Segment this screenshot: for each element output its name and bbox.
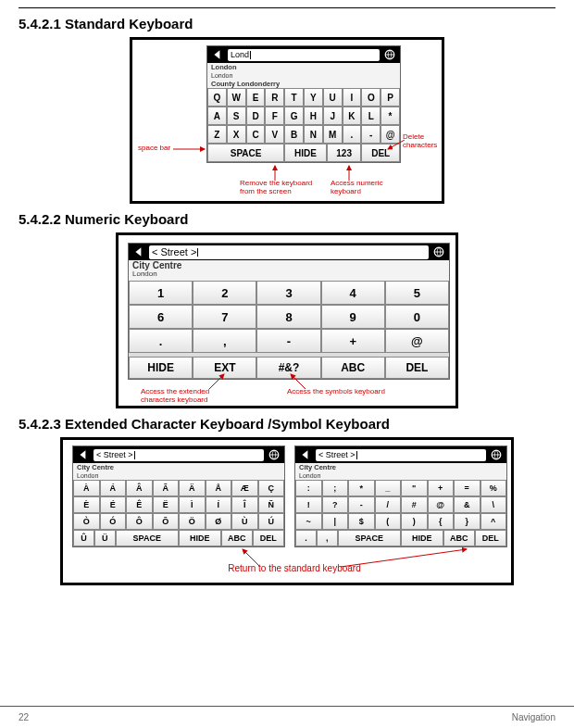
key-Z[interactable]: Z (207, 125, 227, 144)
key-del[interactable]: DEL (361, 144, 400, 162)
key-1[interactable]: Á (100, 480, 127, 496)
search-input[interactable]: < Street > (149, 245, 429, 259)
key-T[interactable]: T (284, 88, 304, 107)
key-0[interactable]: À (73, 480, 100, 496)
key-0[interactable]: ! (295, 496, 322, 513)
key-0[interactable]: ~ (295, 513, 322, 530)
key-6[interactable]: Î (231, 496, 258, 513)
key-Y[interactable]: Y (304, 88, 323, 107)
key-3[interactable]: / (375, 496, 402, 513)
back-icon[interactable] (132, 245, 145, 258)
key-SPACE[interactable]: SPACE (116, 530, 179, 546)
key-7[interactable]: Ú (258, 513, 285, 530)
key-ABC[interactable]: ABC (221, 530, 253, 546)
key-7[interactable]: Ñ (258, 496, 285, 513)
key-8[interactable]: - (361, 125, 381, 144)
key-4[interactable]: @ (385, 329, 449, 353)
key-U[interactable]: U (323, 88, 343, 107)
key-2[interactable]: Ê (126, 496, 153, 513)
key-0[interactable]: : (295, 480, 322, 496)
globe-icon[interactable] (490, 448, 503, 461)
key-V[interactable]: V (265, 125, 284, 144)
key-J[interactable]: J (323, 107, 343, 125)
key-4[interactable]: # (401, 496, 428, 513)
key-6[interactable]: } (454, 513, 480, 530)
key-3[interactable]: Ë (153, 496, 180, 513)
key-2[interactable]: - (256, 329, 320, 353)
key-7[interactable]: 7 (193, 305, 256, 329)
key-HIDE[interactable]: HIDE (129, 357, 193, 379)
key-4[interactable]: ) (401, 513, 428, 530)
key-1[interactable]: Ó (100, 513, 127, 530)
key-S[interactable]: S (227, 107, 246, 125)
suggestion-title[interactable]: City Centre (295, 463, 506, 471)
key-7[interactable]: % (480, 480, 507, 496)
key-5[interactable]: 5 (385, 281, 449, 305)
key-123[interactable]: 123 (327, 144, 361, 162)
suggestion-1[interactable]: London (207, 63, 400, 71)
key-5[interactable]: Í (206, 496, 232, 513)
key-4[interactable]: 4 (321, 281, 385, 305)
key-A[interactable]: A (207, 107, 227, 125)
key-1[interactable]: ; (322, 480, 349, 496)
key-5[interactable]: + (428, 480, 455, 496)
suggestion-title[interactable]: City Centre (73, 463, 284, 471)
key-2[interactable]: $ (348, 513, 375, 530)
key-H[interactable]: H (304, 107, 323, 125)
key-space[interactable]: SPACE (207, 144, 284, 162)
key-ABC[interactable]: ABC (443, 530, 475, 546)
key-G[interactable]: G (284, 107, 304, 125)
key-EXT[interactable]: EXT (193, 357, 256, 379)
key-7[interactable]: \ (480, 496, 507, 513)
key-0[interactable]: . (295, 530, 317, 546)
key-D[interactable]: D (246, 107, 266, 125)
back-icon[interactable] (77, 448, 90, 461)
key-SPACE[interactable]: SPACE (338, 530, 401, 546)
key-3[interactable]: Ã (153, 480, 180, 496)
key-6[interactable]: Ù (231, 513, 258, 530)
key-M[interactable]: M (323, 125, 343, 144)
globe-icon[interactable] (432, 245, 445, 258)
key-C[interactable]: C (246, 125, 266, 144)
key-HIDE[interactable]: HIDE (179, 530, 221, 546)
key-0[interactable]: Û (73, 530, 94, 546)
back-icon[interactable] (299, 448, 312, 461)
key-DEL[interactable]: DEL (385, 357, 449, 379)
key-2[interactable]: - (348, 496, 375, 513)
key-DEL[interactable]: DEL (253, 530, 284, 546)
key-L[interactable]: L (361, 107, 381, 125)
key-B[interactable]: B (284, 125, 304, 144)
key-Q[interactable]: Q (207, 88, 227, 107)
key-DEL[interactable]: DEL (475, 530, 506, 546)
key-4[interactable]: Ö (179, 513, 206, 530)
key-6[interactable]: = (454, 480, 480, 496)
key-8[interactable]: 8 (256, 305, 320, 329)
key-2[interactable]: #&? (256, 357, 320, 379)
key-5[interactable]: @ (428, 496, 455, 513)
key-O[interactable]: O (361, 88, 381, 107)
key-1[interactable]: É (100, 496, 127, 513)
key-5[interactable]: Å (206, 480, 232, 496)
key-0[interactable]: Ò (73, 513, 100, 530)
key-2[interactable]: Â (126, 480, 153, 496)
key-6[interactable]: 6 (129, 305, 193, 329)
key-6[interactable]: Æ (231, 480, 258, 496)
key-K[interactable]: K (343, 107, 362, 125)
key-I[interactable]: I (343, 88, 362, 107)
key-3[interactable]: Õ (153, 513, 180, 530)
key-W[interactable]: W (227, 88, 246, 107)
key-2[interactable]: 2 (193, 281, 256, 305)
key-4[interactable]: Ä (179, 480, 206, 496)
key-2[interactable]: * (348, 480, 375, 496)
key-1[interactable]: , (317, 530, 338, 546)
key-hide[interactable]: HIDE (284, 144, 327, 162)
key-1[interactable]: 1 (129, 281, 193, 305)
key-3[interactable]: _ (375, 480, 402, 496)
key-9[interactable]: 9 (321, 305, 385, 329)
globe-icon[interactable] (383, 48, 396, 61)
key-1[interactable]: | (322, 513, 349, 530)
key-0[interactable]: È (73, 496, 100, 513)
suggestion-2[interactable]: London (207, 71, 400, 80)
key-9[interactable]: * (381, 107, 400, 125)
key-3[interactable]: ( (375, 513, 402, 530)
